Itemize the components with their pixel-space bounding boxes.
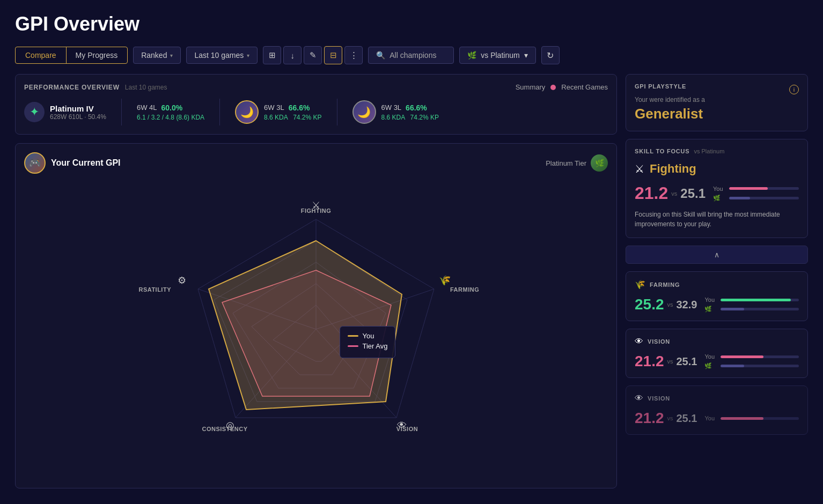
identified-as-label: Your were identified as a xyxy=(635,96,799,103)
skill-title: SKILL TO FOCUS xyxy=(635,148,689,154)
legend-tier-avg: Tier Avg xyxy=(348,342,388,350)
vision-vs-icon: 🌿 xyxy=(704,362,717,369)
skill-name: Fighting xyxy=(650,162,696,176)
summary-label[interactable]: Summary xyxy=(516,83,546,91)
rank-emblem-icon: ✦ xyxy=(30,105,39,119)
vision-bar-you: You xyxy=(704,353,799,360)
farming-bars: You 🌿 xyxy=(704,297,799,313)
playstyle-name: Generalist xyxy=(635,106,799,122)
farming-bar-vs: 🌿 xyxy=(704,306,799,313)
refresh-button[interactable]: ↻ xyxy=(541,46,560,64)
vision2-bars: You xyxy=(704,415,799,421)
vision-card-header: 👁 VISION xyxy=(635,337,799,346)
tab-compare[interactable]: Compare xyxy=(15,47,67,64)
vision-card: 👁 VISION 21.2 vs 25.1 You xyxy=(626,329,808,378)
view-icon-btn-3[interactable]: ✎ xyxy=(304,46,322,64)
svg-text:👁: 👁 xyxy=(397,420,407,431)
separator-3 xyxy=(337,99,337,125)
champ1-wl: 6W 3L xyxy=(264,103,284,112)
stat1-wl: 6W 4L xyxy=(137,103,157,112)
vision-vs-sep: vs xyxy=(667,358,673,365)
collapse-button[interactable]: ∧ xyxy=(626,246,808,264)
champ1-kda: 8.6 KDA 74.2% KP xyxy=(264,114,321,121)
separator-1 xyxy=(121,99,122,125)
farming-vs-sep: vs xyxy=(667,301,673,308)
vs-platinum-dropdown[interactable]: 🌿 vs Platinum ▾ xyxy=(459,47,535,64)
perf-toggle: Summary Recent Games xyxy=(516,83,608,91)
rank-name: Platinum IV xyxy=(50,104,106,113)
vision-card-2-title: VISION xyxy=(648,395,670,402)
info-icon[interactable]: i xyxy=(789,85,799,94)
svg-text:CONSISTENCY: CONSISTENCY xyxy=(202,426,248,432)
toggle-dot-icon[interactable] xyxy=(550,85,556,90)
player-avatar: 🎮 xyxy=(24,152,46,174)
bar-you-row: You xyxy=(713,186,799,192)
vision2-you-label: You xyxy=(704,415,717,421)
farming-you-label: You xyxy=(704,297,717,303)
stat-block-1: 6W 4L 60.0% 6.1 / 3.2 / 4.8 (8.6) KDA xyxy=(137,103,204,121)
champ1-wr: 66.6% xyxy=(289,103,310,112)
vs-arrow-icon: ▾ xyxy=(524,51,528,60)
last-10-dropdown[interactable]: Last 10 games ▾ xyxy=(186,47,258,64)
farming-vs-track xyxy=(721,308,799,310)
score-bars: You 🌿 xyxy=(713,186,799,202)
vision-vs-score: 25.1 xyxy=(677,355,697,368)
you-bar-label: You xyxy=(713,186,726,192)
tier-icon: 🌿 xyxy=(467,51,476,60)
svg-text:VERSATILITY: VERSATILITY xyxy=(139,286,171,293)
champion-search[interactable]: 🔍 All champions xyxy=(368,47,454,64)
vision-card-title: VISION xyxy=(648,338,670,345)
skill-name-row: ⚔ Fighting xyxy=(635,162,799,176)
last-10-arrow-icon: ▾ xyxy=(247,53,249,58)
recent-games-label[interactable]: Recent Games xyxy=(561,83,608,91)
farming-vs-icon: 🌿 xyxy=(704,306,717,313)
farming-vs-fill xyxy=(721,308,744,310)
legend-tier-line xyxy=(348,345,358,347)
farming-scores: 25.2 vs 32.9 You 🌿 xyxy=(635,296,799,313)
vision2-you-track xyxy=(721,417,799,420)
rank-lp: 628W 610L · 50.4% xyxy=(50,113,106,121)
vision-bars: You 🌿 xyxy=(704,353,799,369)
vision-card-icon: 👁 xyxy=(635,337,643,346)
tab-my-progress[interactable]: My Progress xyxy=(66,47,128,63)
svg-text:🌾: 🌾 xyxy=(439,275,451,286)
vision-bar-vs: 🌿 xyxy=(704,362,799,369)
vision2-scores: 21.2 vs 25.1 You xyxy=(635,410,799,427)
farming-card-title: FARMING xyxy=(650,281,680,288)
skill-to-focus-card: SKILL TO FOCUS vs Platinum ⚔ Fighting 21… xyxy=(626,139,808,238)
rank-icon: ✦ xyxy=(24,102,45,122)
fighting-icon: ⚔ xyxy=(635,162,644,175)
tier-icon-circle: 🌿 xyxy=(591,154,608,172)
you-bar-fill xyxy=(729,187,768,190)
stat1-wr: 60.0% xyxy=(161,103,183,112)
vision-card-2-header: 👁 VISION xyxy=(635,394,799,403)
svg-marker-11 xyxy=(209,241,402,410)
perf-subtitle: Last 10 games xyxy=(125,84,167,91)
radar-svg: FIGHTING FARMING VISION CONSISTENCY VERS… xyxy=(139,187,493,471)
gpi-playstyle-card: GPI PLAYSTYLE i Your were identified as … xyxy=(626,74,808,131)
vision-card-2: 👁 VISION 21.2 vs 25.1 You xyxy=(626,386,808,435)
view-icon-btn-1[interactable]: ⊞ xyxy=(263,46,281,64)
legend-you: You xyxy=(348,332,388,340)
champ-stat-1: 🌙 6W 3L 66.6% 8.6 KDA 74.2% KP xyxy=(235,100,321,124)
view-icon-btn-5[interactable]: ⋮ xyxy=(344,46,363,64)
separator-2 xyxy=(219,99,220,125)
radar-header: 🎮 Your Current GPI Platinum Tier 🌿 xyxy=(24,152,608,174)
search-icon: 🔍 xyxy=(376,51,385,60)
performance-overview-card: PERFORMANCE OVERVIEW Last 10 games Summa… xyxy=(15,74,617,135)
vs-bar-fill xyxy=(729,197,750,199)
view-icon-btn-2[interactable]: ↓ xyxy=(283,46,302,64)
vision-your-score: 21.2 xyxy=(635,353,664,370)
platinum-tier-label: Platinum Tier 🌿 xyxy=(546,154,608,172)
vision-vs-fill xyxy=(721,365,744,367)
vision2-vs-sep: vs xyxy=(667,415,673,421)
legend-you-label: You xyxy=(363,332,374,340)
champ-avatar-1: 🌙 xyxy=(235,100,259,124)
last-10-label: Last 10 games xyxy=(194,51,244,60)
farming-card-header: 🌾 FARMING xyxy=(635,279,799,290)
ranked-dropdown[interactable]: Ranked ▾ xyxy=(133,47,181,64)
bar-vs-row: 🌿 xyxy=(713,195,799,202)
radar-chart-container: FIGHTING FARMING VISION CONSISTENCY VERS… xyxy=(24,179,608,479)
view-icon-btn-4[interactable]: ⊟ xyxy=(324,46,342,64)
vision-scores: 21.2 vs 25.1 You 🌿 xyxy=(635,353,799,370)
